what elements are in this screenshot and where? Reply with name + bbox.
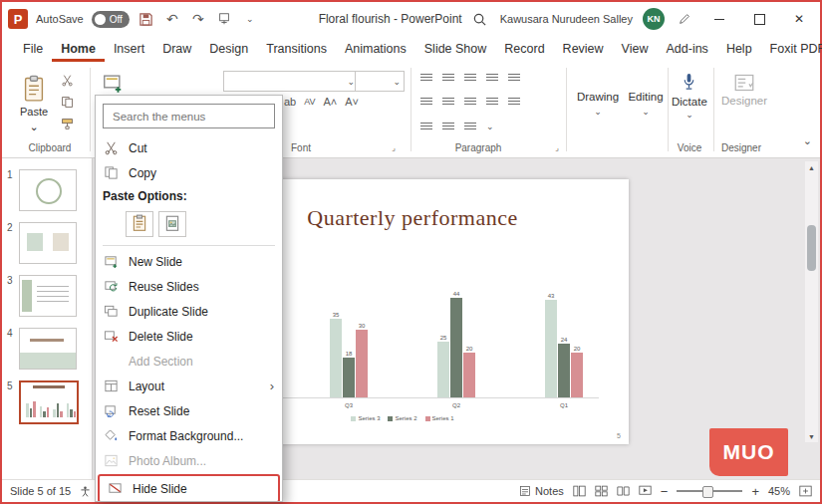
slideshow-view-icon[interactable] (639, 485, 652, 497)
tab-design[interactable]: Design (200, 38, 257, 62)
bar[interactable] (26, 403, 29, 417)
user-name[interactable]: Kawusara Nurudeen Salley (500, 13, 633, 25)
scrollbar-thumb[interactable] (807, 225, 816, 271)
zoom-out-icon[interactable]: − (661, 484, 669, 499)
tab-transitions[interactable]: Transitions (257, 38, 336, 62)
bar[interactable] (343, 358, 355, 398)
tab-home[interactable]: Home (52, 38, 105, 62)
paste-keep-formatting-button[interactable] (126, 211, 153, 237)
menu-item-delete-slide[interactable]: Delete Slide (96, 324, 282, 349)
align-left-icon[interactable] (420, 98, 432, 107)
slide-thumbnail-3[interactable] (19, 275, 77, 317)
bar[interactable] (67, 403, 70, 417)
bar[interactable] (53, 409, 56, 417)
drawing-button[interactable]: Drawing ⌄ (572, 74, 624, 133)
align-center-icon[interactable] (442, 98, 454, 107)
convert-smartart-icon[interactable] (464, 123, 476, 131)
bar[interactable] (545, 300, 557, 398)
redo-icon[interactable]: ↷ (189, 9, 207, 29)
increase-font-icon[interactable]: A˄ (324, 96, 338, 108)
bar[interactable] (43, 411, 46, 417)
slide-thumbnail-4[interactable] (19, 328, 77, 370)
paste-picture-button[interactable] (158, 211, 186, 237)
bar[interactable] (30, 408, 33, 417)
normal-view-icon[interactable] (573, 485, 586, 497)
quick-access-dropdown-icon[interactable]: ⌄ (241, 9, 259, 29)
menu-item-reset-slide[interactable]: Reset Slide (96, 398, 282, 423)
slide-thumbnail-5[interactable] (19, 380, 79, 424)
maximize-button[interactable] (744, 6, 774, 32)
columns-icon[interactable] (508, 98, 520, 107)
tab-review[interactable]: Review (554, 38, 613, 62)
user-avatar[interactable]: KN (643, 8, 665, 30)
font-name-combo[interactable]: ⌄ (223, 71, 359, 92)
accessibility-icon[interactable] (79, 485, 92, 498)
tab-slide-show[interactable]: Slide Show (415, 38, 496, 62)
search-icon[interactable] (470, 9, 490, 29)
menu-item-cut[interactable]: Cut (96, 135, 282, 160)
pen-icon[interactable] (675, 9, 694, 29)
paragraph-dialog-launcher-icon[interactable]: ⌟ (548, 139, 566, 155)
bar[interactable] (33, 401, 36, 417)
tab-draw[interactable]: Draw (153, 38, 200, 62)
paste-button[interactable]: Paste ⌄ (14, 67, 54, 140)
minimize-button[interactable] (704, 6, 734, 32)
menu-search-box[interactable] (103, 104, 275, 128)
tab-foxit-pdf[interactable]: Foxit PDF (761, 38, 822, 62)
decrease-font-icon[interactable]: A˅ (345, 96, 359, 108)
scroll-down-icon[interactable]: ▼ (805, 430, 818, 442)
close-button[interactable]: ✕ (784, 6, 814, 32)
slide-thumbnail-2[interactable] (19, 222, 77, 264)
scroll-up-icon[interactable]: ▲ (805, 161, 818, 173)
tab-view[interactable]: View (613, 38, 658, 62)
decrease-indent-icon[interactable] (464, 74, 476, 83)
tab-record[interactable]: Record (495, 38, 553, 62)
menu-item-new-slide[interactable]: New Slide (96, 249, 282, 274)
bar[interactable] (356, 330, 368, 398)
align-text-icon[interactable] (442, 123, 454, 131)
line-spacing-icon[interactable] (420, 123, 432, 131)
menu-search-input[interactable] (111, 110, 267, 124)
undo-icon[interactable]: ↶ (163, 9, 181, 29)
menu-item-duplicate-slide[interactable]: Duplicate Slide (96, 299, 282, 324)
bar[interactable] (450, 298, 462, 398)
bar[interactable] (330, 319, 342, 399)
slide-thumbnail-1[interactable] (19, 169, 77, 211)
font-dialog-launcher-icon[interactable]: ⌟ (385, 139, 403, 155)
zoom-in-icon[interactable]: + (751, 484, 759, 499)
bar[interactable] (571, 353, 583, 398)
copy-icon[interactable] (58, 94, 76, 110)
editing-button[interactable]: Editing ⌄ (620, 74, 672, 133)
align-right-icon[interactable] (464, 98, 476, 107)
zoom-slider-thumb[interactable] (702, 486, 713, 498)
autosave-toggle[interactable]: Off (92, 11, 130, 28)
menu-item-reuse-slides[interactable]: Reuse Slides (96, 274, 282, 299)
character-spacing-icon[interactable]: AV (304, 97, 315, 107)
powerpoint-logo-icon[interactable]: P (8, 9, 28, 29)
tab-help[interactable]: Help (717, 38, 761, 62)
justify-icon[interactable] (486, 98, 498, 107)
slide-sorter-view-icon[interactable] (595, 485, 608, 497)
text-direction-icon[interactable] (508, 74, 520, 83)
format-painter-icon[interactable] (58, 116, 76, 131)
bar[interactable] (40, 406, 43, 417)
paragraph-more-icon[interactable]: ⌄ (486, 122, 494, 131)
collapse-ribbon-icon[interactable]: ⌄ (803, 134, 812, 147)
bar[interactable] (463, 353, 475, 398)
bar[interactable] (437, 342, 449, 399)
numbering-icon[interactable] (442, 74, 454, 83)
dictate-button[interactable]: Dictate ⌄ (672, 72, 707, 120)
menu-item-hide-slide[interactable]: Hide Slide (98, 474, 280, 502)
increase-indent-icon[interactable] (486, 74, 498, 83)
bar[interactable] (70, 409, 73, 417)
quick-access-icon[interactable] (215, 9, 233, 29)
notes-button[interactable]: Notes (519, 485, 564, 497)
text-shadow-icon[interactable]: ab (284, 96, 296, 108)
menu-item-copy[interactable]: Copy (96, 160, 282, 185)
menu-item-format-background[interactable]: Format Background... (96, 423, 282, 448)
bar[interactable] (57, 403, 60, 417)
bar[interactable] (47, 407, 50, 417)
bar[interactable] (558, 344, 570, 398)
tab-insert[interactable]: Insert (105, 38, 153, 62)
vertical-scrollbar[interactable]: ▲ ▼ (805, 161, 818, 442)
